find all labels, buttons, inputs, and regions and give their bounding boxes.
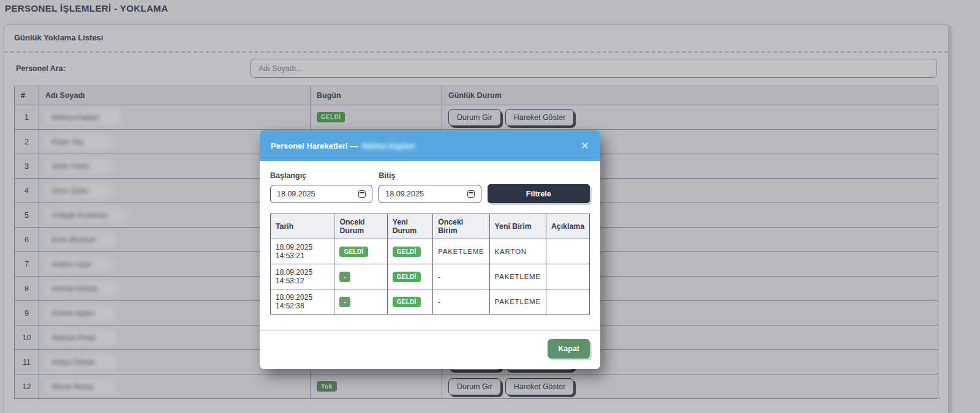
new-status-badge: GELDİ	[393, 272, 421, 282]
calendar-icon[interactable]	[358, 190, 366, 198]
modal-header: Personel Hareketleri — Melisa Kaplan ✕	[260, 130, 600, 161]
prev-status-badge: GELDİ	[339, 247, 368, 257]
column-header-date: Tarih	[271, 214, 334, 239]
kapat-button[interactable]: Kapat	[548, 339, 590, 359]
modal-title: Personel Hareketleri — Melisa Kaplan	[271, 141, 415, 151]
prev-status-badge: -	[339, 297, 350, 307]
close-icon[interactable]: ✕	[581, 141, 589, 151]
prev-unit: PAKETLEME	[433, 239, 489, 264]
end-date-field: Bitiş 18.09.2025	[379, 171, 481, 203]
column-header-description: Açıklama	[546, 214, 589, 239]
start-date-label: Başlangıç	[270, 171, 372, 180]
end-date-value: 18.09.2025	[385, 190, 424, 198]
movement-row: 18.09.2025 14:53:21 GELDİ GELDİ PAKETLEM…	[271, 239, 590, 264]
personnel-movements-modal: Personel Hareketleri — Melisa Kaplan ✕ B…	[260, 130, 600, 369]
start-date-input[interactable]: 18.09.2025	[270, 185, 372, 203]
movement-row: 18.09.2025 14:52:38 - GELDİ - PAKETLEME	[271, 289, 590, 314]
modal-person-name: Melisa Kaplan	[362, 141, 415, 151]
start-date-value: 18.09.2025	[277, 190, 315, 198]
end-date-label: Bitiş	[379, 171, 481, 180]
movement-description	[546, 239, 589, 264]
modal-footer: Kapat	[260, 330, 600, 369]
movements-table-header-row: Tarih Önceki Durum Yeni Durum Önceki Bir…	[271, 214, 590, 239]
modal-body: Başlangıç 18.09.2025 Bitiş 18.09.2025 Fi…	[260, 161, 600, 314]
new-status-badge: GELDİ	[393, 297, 421, 307]
column-header-new-status: Yeni Durum	[387, 214, 433, 239]
new-status-badge: GELDİ	[393, 247, 421, 257]
column-header-prev-unit: Önceki Birim	[433, 214, 489, 239]
movement-row: 18.09.2025 14:53:12 - GELDİ - PAKETLEME	[271, 264, 590, 289]
movements-table-body: 18.09.2025 14:53:21 GELDİ GELDİ PAKETLEM…	[271, 239, 590, 314]
movement-description	[546, 289, 589, 314]
column-header-new-unit: Yeni Birim	[489, 214, 546, 239]
new-unit: PAKETLEME	[489, 289, 546, 314]
date-filter-row: Başlangıç 18.09.2025 Bitiş 18.09.2025 Fi…	[270, 171, 590, 203]
movement-date: 18.09.2025 14:53:12	[271, 264, 334, 289]
column-header-prev-status: Önceki Durum	[334, 214, 387, 239]
calendar-icon[interactable]	[467, 190, 475, 198]
prev-unit: -	[433, 289, 489, 314]
movement-date: 18.09.2025 14:53:21	[271, 239, 334, 264]
end-date-input[interactable]: 18.09.2025	[379, 185, 481, 203]
movement-description	[546, 264, 589, 289]
modal-title-text: Personel Hareketleri —	[271, 141, 358, 151]
new-unit: KARTON	[489, 239, 546, 264]
movement-date: 18.09.2025 14:52:38	[271, 289, 334, 314]
filter-button-wrap: Filtrele	[488, 171, 590, 203]
new-unit: PAKETLEME	[489, 264, 546, 289]
start-date-field: Başlangıç 18.09.2025	[270, 171, 372, 203]
prev-unit: -	[433, 264, 489, 289]
prev-status-badge: -	[339, 272, 350, 282]
filtrele-button[interactable]: Filtrele	[488, 184, 590, 203]
movements-table: Tarih Önceki Durum Yeni Durum Önceki Bir…	[270, 214, 590, 314]
